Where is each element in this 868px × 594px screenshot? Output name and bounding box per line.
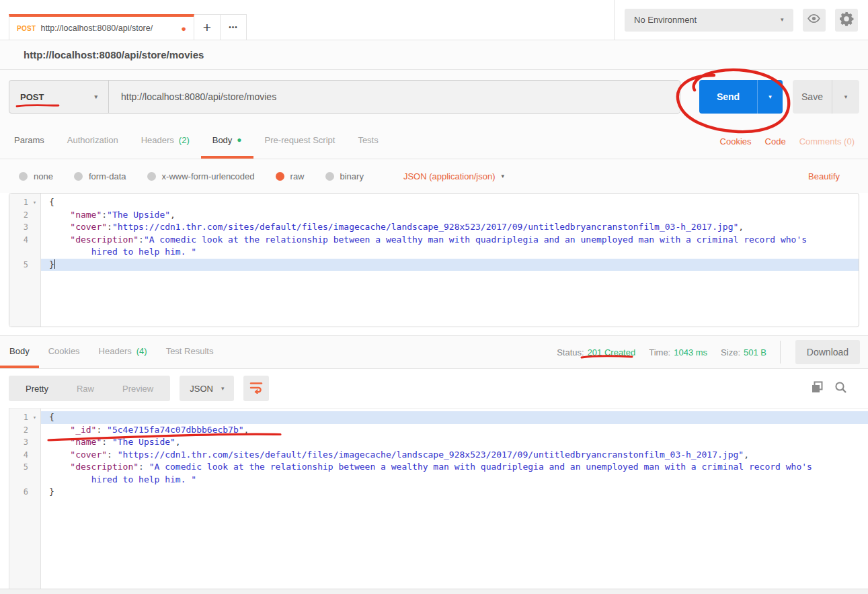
mode-form-data[interactable]: form-data — [74, 171, 126, 181]
line-number: 5 — [9, 461, 28, 474]
code-line[interactable]: 1▾{ — [9, 196, 859, 209]
send-button[interactable]: Send — [699, 80, 757, 114]
code-line[interactable]: 5} — [9, 259, 859, 271]
top-bar: POST http://localhost:8080/api/store/ ● … — [0, 0, 868, 40]
fold-gutter — [28, 436, 41, 449]
save-button[interactable]: Save — [793, 80, 832, 114]
download-button[interactable]: Download — [795, 340, 860, 364]
response-body-editor[interactable]: 1▾{2 "_id": "5c4e715fa74c07dbbb6ecb7b",3… — [9, 408, 868, 589]
response-tab-body[interactable]: Body — [0, 336, 39, 368]
download-label: Download — [807, 347, 849, 357]
url-value: http://localhost:8080/api/store/movies — [121, 91, 276, 102]
copy-icon — [811, 384, 824, 396]
word-wrap-button[interactable] — [243, 376, 269, 401]
line-number — [9, 474, 28, 486]
ellipsis-icon: ••• — [229, 24, 238, 31]
save-options-button[interactable]: ▾ — [832, 80, 859, 114]
response-tab-cookies[interactable]: Cookies — [39, 336, 89, 368]
tab-params-label: Params — [14, 135, 44, 145]
save-label: Save — [801, 91, 823, 102]
code-line[interactable]: 4 "cover": "https://cdn1.thr.com/sites/d… — [9, 449, 868, 462]
code-line[interactable]: 1▾{ — [9, 411, 868, 424]
code-text: "description":"A comedic look at the rel… — [41, 234, 859, 247]
tab-title: http://localhost:8080/api/store/ — [40, 24, 176, 33]
view-preview-button[interactable]: Preview — [108, 384, 167, 394]
time-label: Time: — [649, 347, 670, 357]
environment-selector[interactable]: No Environment ▾ — [625, 9, 793, 32]
response-format-label: JSON — [190, 384, 213, 394]
tab-options-button[interactable]: ••• — [221, 14, 247, 40]
open-request-tab[interactable]: POST http://localhost:8080/api/store/ ● — [9, 14, 194, 40]
headers-count-badge: (2) — [179, 135, 190, 145]
tab-headers-label: Headers — [141, 135, 174, 145]
request-tabs-links: Cookies Code Comments (0) — [720, 124, 865, 159]
divider — [780, 341, 781, 364]
code-link[interactable]: Code — [765, 136, 786, 146]
tab-tests[interactable]: Tests — [346, 124, 389, 159]
code-line[interactable]: 3 "cover":"https://cdn1.thr.com/sites/de… — [9, 221, 859, 234]
chevron-down-icon: ▾ — [781, 17, 784, 23]
mode-binary[interactable]: binary — [325, 171, 364, 181]
request-builder: POST ▾ http://localhost:8080/api/store/m… — [0, 70, 868, 124]
tab-body[interactable]: Body ● — [201, 124, 253, 159]
radio-icon — [74, 172, 83, 181]
fold-gutter — [28, 209, 41, 222]
mode-raw[interactable]: raw — [276, 171, 305, 181]
request-tabs: Params Authorization Headers (2) Body ● … — [0, 124, 868, 159]
response-tab-test-results[interactable]: Test Results — [157, 336, 223, 368]
code-text: { — [41, 411, 868, 424]
comments-link[interactable]: Comments (0) — [799, 136, 855, 146]
settings-button[interactable] — [835, 9, 858, 32]
response-format-dropdown[interactable]: JSON ▾ — [180, 376, 234, 401]
cookies-link[interactable]: Cookies — [720, 136, 752, 146]
code-text: "description": "A comedic look at the re… — [41, 461, 868, 474]
line-number: 1 — [9, 411, 28, 424]
plus-icon: + — [203, 19, 211, 36]
code-line[interactable]: 2 "_id": "5c4e715fa74c07dbbb6ecb7b", — [9, 424, 868, 437]
mode-none[interactable]: none — [19, 171, 53, 181]
bottom-scrollbar-strip[interactable] — [0, 589, 868, 594]
code-line[interactable]: hired to help him. " — [9, 474, 868, 486]
environment-quick-look-button[interactable] — [803, 9, 826, 32]
line-number: 1 — [9, 196, 28, 209]
send-options-button[interactable]: ▾ — [757, 80, 783, 114]
fold-caret-icon[interactable]: ▾ — [28, 196, 41, 209]
mode-urlencoded[interactable]: x-www-form-urlencoded — [147, 171, 255, 181]
body-mode-bar: none form-data x-www-form-urlencoded raw… — [0, 159, 868, 193]
size-pair: Size: 501 B — [721, 347, 766, 357]
new-tab-button[interactable]: + — [194, 14, 221, 40]
eye-icon — [807, 13, 821, 26]
copy-response-button[interactable] — [811, 381, 824, 396]
code-line[interactable]: 4 "description":"A comedic look at the r… — [9, 234, 859, 247]
chevron-down-icon: ▾ — [768, 94, 772, 100]
content-type-label: JSON (application/json) — [403, 171, 496, 181]
code-line[interactable]: 5 "description": "A comedic look at the … — [9, 461, 868, 474]
code-line[interactable]: 3 "name": "The Upside", — [9, 436, 868, 449]
method-dropdown[interactable]: POST ▾ — [9, 81, 109, 113]
code-line[interactable]: 2 "name":"The Upside", — [9, 209, 859, 222]
size-label: Size: — [721, 347, 740, 357]
view-pretty-button[interactable]: Pretty — [11, 384, 63, 394]
radio-icon — [325, 172, 334, 181]
fold-caret-icon[interactable]: ▾ — [28, 411, 41, 424]
tab-authorization[interactable]: Authorization — [56, 124, 130, 159]
chevron-down-icon: ▾ — [501, 173, 504, 179]
code-line[interactable]: 6} — [9, 486, 868, 499]
content-type-dropdown[interactable]: JSON (application/json) ▾ — [403, 171, 504, 181]
response-tab-headers[interactable]: Headers (4) — [89, 336, 157, 368]
search-response-button[interactable] — [834, 381, 847, 396]
line-number: 4 — [9, 234, 28, 247]
line-number: 3 — [9, 221, 28, 234]
code-line[interactable]: hired to help him. " — [9, 246, 859, 259]
tab-params[interactable]: Params — [3, 124, 56, 159]
url-input[interactable]: http://localhost:8080/api/store/movies — [109, 81, 680, 113]
tab-prerequest-script[interactable]: Pre-request Script — [253, 124, 347, 159]
line-number — [9, 246, 28, 259]
view-raw-button[interactable]: Raw — [63, 384, 108, 394]
beautify-link[interactable]: Beautify — [808, 171, 849, 181]
tab-tests-label: Tests — [358, 135, 378, 145]
request-body-editor[interactable]: 1▾{2 "name":"The Upside",3 "cover":"http… — [9, 193, 859, 327]
tab-headers[interactable]: Headers (2) — [130, 124, 201, 159]
word-wrap-icon — [249, 381, 263, 396]
time-value: 1043 ms — [674, 347, 707, 357]
